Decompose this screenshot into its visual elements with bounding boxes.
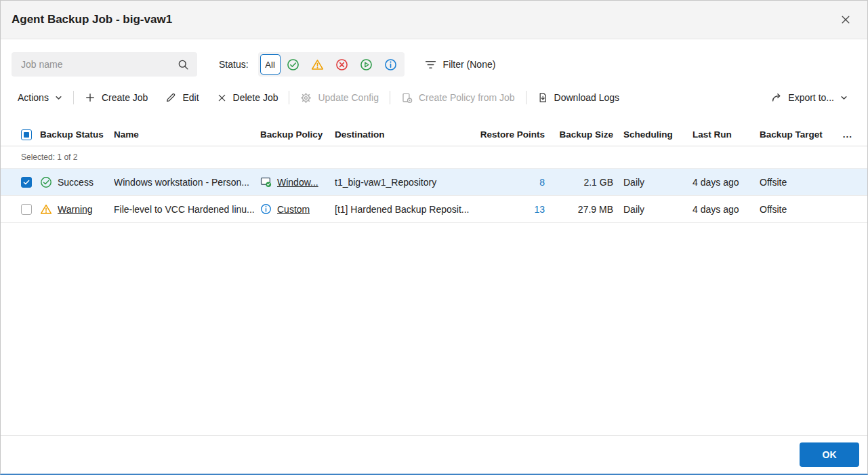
chevron-down-icon bbox=[55, 94, 62, 102]
warning-triangle-icon bbox=[40, 203, 52, 215]
agent-backup-job-dialog: Agent Backup Job - big-vaw1 Status: All bbox=[0, 0, 868, 475]
status-warning-filter-button[interactable] bbox=[306, 54, 329, 75]
column-settings-button[interactable]: ... bbox=[835, 129, 867, 140]
row-checkbox[interactable] bbox=[21, 204, 32, 215]
info-circle-icon bbox=[384, 58, 397, 71]
column-header-backup-size[interactable]: Backup Size bbox=[545, 129, 613, 140]
last-run: 4 days ago bbox=[693, 204, 760, 215]
filter-lines-icon bbox=[425, 59, 436, 70]
indeterminate-mark bbox=[24, 132, 29, 138]
actions-label: Actions bbox=[18, 92, 49, 103]
status-running-filter-button[interactable] bbox=[355, 54, 378, 75]
job-name-search-input[interactable] bbox=[21, 59, 178, 70]
toolbar-divider bbox=[526, 91, 526, 104]
backup-target: Offsite bbox=[760, 204, 835, 215]
success-circle-icon bbox=[40, 176, 52, 188]
edit-label: Edit bbox=[182, 92, 199, 103]
custom-policy-icon bbox=[260, 203, 272, 215]
page-title: Agent Backup Job - big-vaw1 bbox=[12, 13, 836, 26]
export-arrow-icon bbox=[771, 92, 782, 103]
status-filter-group: All bbox=[258, 52, 405, 77]
policy-gear-icon bbox=[401, 92, 413, 104]
titlebar: Agent Backup Job - big-vaw1 bbox=[1, 1, 867, 39]
search-box[interactable] bbox=[12, 52, 197, 77]
column-header-name[interactable]: Name bbox=[114, 129, 260, 140]
delete-job-button[interactable]: Delete Job bbox=[208, 86, 287, 109]
destination: t1_big-vaw1_Repository bbox=[335, 177, 477, 188]
status-link[interactable]: Warning bbox=[58, 204, 93, 215]
job-name: File-level to VCC Hardened linu... bbox=[114, 204, 260, 215]
download-logs-button[interactable]: Download Logs bbox=[529, 86, 629, 109]
status-filter-label: Status: bbox=[219, 59, 249, 70]
scheduling: Daily bbox=[613, 177, 693, 188]
backup-size: 2.1 GB bbox=[545, 177, 613, 188]
destination: [t1] Hardened Backup Reposit... bbox=[335, 204, 477, 215]
status-info-filter-button[interactable] bbox=[379, 54, 402, 75]
last-run: 4 days ago bbox=[693, 177, 760, 188]
export-to-label: Export to... bbox=[788, 92, 834, 103]
create-job-button[interactable]: Create Job bbox=[76, 86, 157, 109]
backup-policy-link[interactable]: Custom bbox=[277, 204, 310, 215]
selected-summary: Selected: 1 of 2 bbox=[1, 146, 867, 169]
create-policy-from-job-label: Create Policy from Job bbox=[419, 92, 515, 103]
warning-triangle-icon bbox=[311, 58, 324, 71]
create-job-label: Create Job bbox=[102, 92, 148, 103]
success-circle-icon bbox=[287, 58, 299, 71]
edit-button[interactable]: Edit bbox=[157, 86, 207, 109]
column-header-destination[interactable]: Destination bbox=[335, 129, 477, 140]
column-header-backup-target[interactable]: Backup Target bbox=[760, 129, 835, 140]
scheduling: Daily bbox=[613, 204, 693, 215]
filter-none-label: Filter (None) bbox=[443, 59, 496, 70]
delete-x-icon bbox=[217, 93, 227, 103]
plus-icon bbox=[85, 92, 96, 103]
backup-size: 27.9 MB bbox=[545, 204, 613, 215]
row-checkbox[interactable] bbox=[21, 177, 32, 188]
close-button[interactable] bbox=[836, 10, 855, 29]
create-policy-from-job-button[interactable]: Create Policy from Job bbox=[392, 86, 524, 109]
select-all-checkbox[interactable] bbox=[21, 129, 32, 140]
table-row[interactable]: Success Windows workstation - Person... … bbox=[1, 169, 867, 196]
filter-none-button[interactable]: Filter (None) bbox=[425, 59, 496, 70]
ok-button[interactable]: OK bbox=[800, 442, 859, 467]
column-header-restore-points[interactable]: Restore Points bbox=[477, 129, 545, 140]
toolbar-divider bbox=[289, 91, 289, 104]
windows-policy-icon bbox=[260, 176, 272, 188]
column-header-backup-status[interactable]: Backup Status bbox=[40, 129, 114, 140]
column-header-scheduling[interactable]: Scheduling bbox=[613, 129, 693, 140]
update-config-button[interactable]: Update Config bbox=[291, 86, 388, 109]
restore-points-link[interactable]: 8 bbox=[539, 177, 545, 188]
update-config-label: Update Config bbox=[318, 92, 379, 103]
footer: OK bbox=[1, 435, 867, 474]
export-to-button[interactable]: Export to... bbox=[762, 86, 856, 109]
restore-points-link[interactable]: 13 bbox=[534, 204, 545, 215]
check-icon bbox=[22, 178, 30, 186]
actions-button[interactable]: Actions bbox=[9, 86, 71, 109]
filter-bar: Status: All Filter (None) bbox=[12, 52, 856, 77]
toolbar: Actions Create Job Edit Delete Job Updat… bbox=[9, 86, 856, 109]
status-success-filter-button[interactable] bbox=[282, 54, 305, 75]
status-all-button[interactable]: All bbox=[260, 54, 281, 75]
download-logs-icon bbox=[537, 92, 548, 103]
close-icon bbox=[840, 14, 851, 25]
jobs-table: Backup Status Name Backup Policy Destina… bbox=[1, 123, 867, 435]
backup-policy-link[interactable]: Window... bbox=[277, 177, 318, 188]
chevron-down-icon bbox=[840, 94, 848, 102]
status-error-filter-button[interactable] bbox=[331, 54, 354, 75]
delete-job-label: Delete Job bbox=[233, 92, 278, 103]
column-header-last-run[interactable]: Last Run bbox=[693, 129, 760, 140]
toolbar-divider bbox=[73, 91, 74, 104]
table-header-row: Backup Status Name Backup Policy Destina… bbox=[1, 123, 867, 146]
table-row[interactable]: Warning File-level to VCC Hardened linu.… bbox=[1, 196, 867, 223]
status-label: Success bbox=[58, 177, 94, 188]
column-header-backup-policy[interactable]: Backup Policy bbox=[260, 129, 335, 140]
gear-icon bbox=[300, 92, 312, 104]
error-circle-icon bbox=[335, 58, 348, 71]
pencil-icon bbox=[165, 92, 176, 103]
download-logs-label: Download Logs bbox=[554, 92, 620, 103]
toolbar-divider bbox=[390, 91, 390, 104]
backup-target: Offsite bbox=[760, 177, 835, 188]
job-name: Windows workstation - Person... bbox=[114, 177, 260, 188]
search-icon bbox=[178, 59, 189, 70]
running-circle-icon bbox=[360, 58, 373, 71]
